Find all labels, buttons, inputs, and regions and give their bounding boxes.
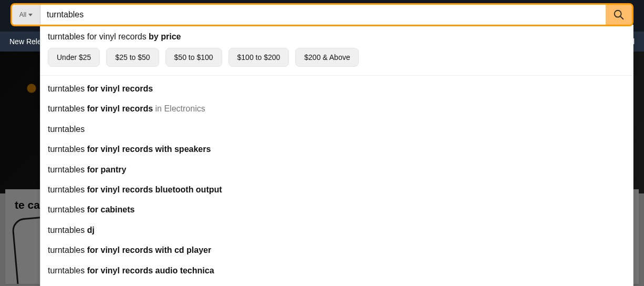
suggestion-prefix: turntables [48, 104, 85, 113]
suggestion-prefix: turntables [48, 145, 85, 154]
suggestion-completion: dj [85, 226, 95, 234]
suggestion-completion: for pantry [85, 165, 126, 174]
suggestion-prefix: turntables [48, 165, 85, 174]
price-chip[interactable]: Under $25 [48, 48, 100, 67]
search-bar: All [11, 3, 633, 26]
suggestion-item[interactable]: turntables for pantry [40, 160, 633, 180]
svg-line-1 [620, 16, 624, 19]
suggestion-completion: for vinyl records with cd player [85, 246, 211, 254]
suggestion-prefix: turntables [48, 205, 85, 214]
price-chip[interactable]: $100 to $200 [228, 48, 289, 67]
suggestion-item[interactable]: turntables for vinyl records with cd pla… [40, 240, 633, 260]
price-filter-block: turntables for vinyl records by price Un… [40, 25, 633, 76]
price-filter-chips: Under $25$25 to $50$50 to $100$100 to $2… [48, 48, 626, 67]
suggestion-completion: for vinyl records [85, 84, 153, 93]
suggestion-item[interactable]: turntables for vinyl records with speake… [40, 139, 633, 159]
price-filter-prefix: turntables for vinyl records [48, 32, 147, 41]
suggestion-item[interactable]: turntables for vinyl records audio techn… [40, 261, 633, 281]
price-chip[interactable]: $50 to $100 [165, 48, 222, 67]
search-input[interactable] [40, 5, 606, 25]
suggestion-item[interactable]: turntables for vinyl records in Electron… [40, 99, 633, 119]
suggestion-prefix: turntables [48, 185, 85, 194]
search-icon [613, 9, 625, 21]
search-category-dropdown[interactable]: All [12, 5, 40, 25]
suggestion-list: turntables for vinyl recordsturntables f… [40, 76, 633, 286]
suggestion-prefix: turntables [48, 246, 85, 254]
suggestion-item[interactable]: turntables for vinyl records bluetooth o… [40, 180, 633, 200]
search-button[interactable] [606, 5, 632, 25]
price-chip[interactable]: $25 to $50 [106, 48, 159, 67]
suggestion-completion: for cabinets [85, 205, 134, 214]
suggestion-prefix: turntables [48, 84, 85, 93]
suggestion-item[interactable]: turntables dj [40, 220, 633, 240]
price-filter-title: turntables for vinyl records by price [48, 32, 626, 42]
price-chip[interactable]: $200 & Above [295, 48, 359, 67]
suggestion-completion: for vinyl records with speakers [85, 145, 211, 154]
suggestion-completion: for vinyl records [85, 104, 153, 113]
suggestion-completion: for vinyl records bluetooth output [85, 185, 222, 194]
search-category-label: All [19, 11, 26, 18]
suggestion-department: in Electronics [153, 104, 205, 113]
suggestion-item[interactable]: turntables [40, 119, 633, 139]
suggestion-item[interactable]: turntables for cabinets [40, 200, 633, 220]
suggestion-prefix: turntables [48, 266, 85, 275]
suggestion-prefix: turntables [48, 226, 85, 234]
price-filter-suffix: by price [149, 32, 181, 41]
suggestion-completion: for vinyl records audio technica [85, 266, 214, 275]
suggestion-item[interactable]: turntables for vinyl records with speake… [40, 281, 633, 286]
suggestion-prefix: turntables [48, 125, 85, 134]
chevron-down-icon [28, 14, 33, 16]
suggestion-item[interactable]: turntables for vinyl records [40, 79, 633, 99]
search-suggestions-dropdown: turntables for vinyl records by price Un… [40, 25, 633, 286]
